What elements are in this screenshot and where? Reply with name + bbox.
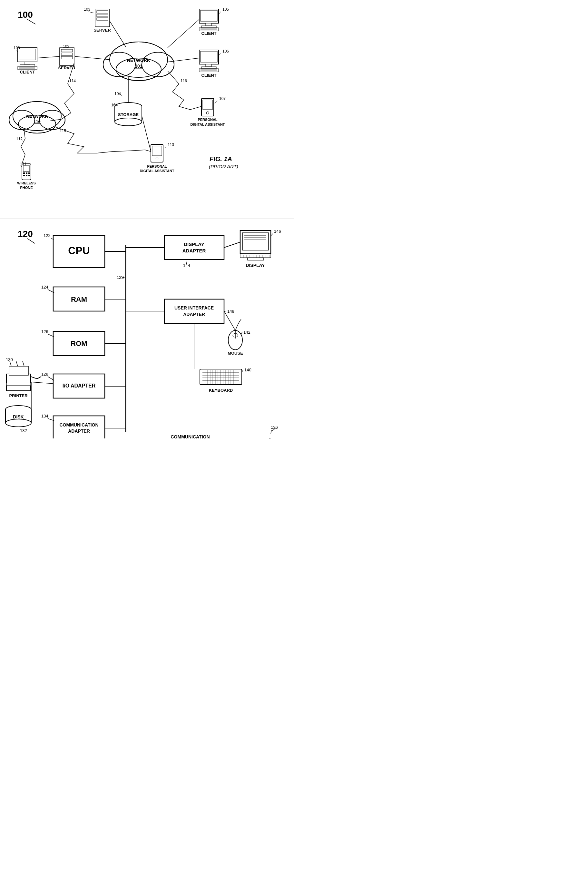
svg-text:NETWORK: NETWORK — [127, 58, 150, 63]
network110-cloud: NETWORK 110 — [9, 102, 65, 133]
display-label: DISPLAY — [246, 263, 265, 268]
printer-ref: 130 — [6, 357, 13, 362]
svg-rect-25 — [206, 23, 212, 26]
svg-text:CLIENT: CLIENT — [20, 70, 35, 75]
svg-rect-103 — [28, 175, 30, 176]
mouse-icon: MOUSE 142 — [228, 319, 250, 356]
svg-rect-26 — [201, 26, 216, 28]
svg-line-95 — [164, 147, 166, 148]
display-adapter-label1: DISPLAY — [184, 242, 204, 247]
client106: CLIENT 106 — [199, 49, 229, 78]
disk-ref: 132 — [20, 428, 27, 433]
svg-line-108 — [110, 21, 126, 47]
svg-text:115: 115 — [60, 129, 66, 133]
svg-line-1 — [27, 20, 36, 24]
svg-line-189 — [37, 376, 41, 379]
pda113: PERSONAL DIGITAL ASSISTANT 113 — [140, 142, 174, 173]
client105: CLIENT 105 — [199, 7, 229, 36]
svg-rect-143 — [240, 254, 271, 258]
io-adapter-label: I/O ADAPTER — [63, 383, 96, 388]
svg-rect-162 — [200, 369, 242, 385]
ram-ref: 124 — [41, 285, 48, 290]
printer-icon: PRINTER 130 — [6, 357, 41, 398]
svg-line-186 — [16, 361, 18, 366]
svg-text:CLIENT: CLIENT — [201, 31, 217, 36]
svg-text:104: 104 — [114, 92, 121, 96]
svg-text:101: 101 — [135, 63, 142, 69]
svg-text:103: 103 — [84, 7, 90, 12]
cpu-label: CPU — [68, 244, 90, 256]
keyboard-ref: 140 — [244, 368, 252, 372]
page: 100 NETWORK 101 — [0, 0, 294, 438]
svg-text:WIRELESS: WIRELESS — [17, 181, 36, 185]
mouse-ref: 142 — [243, 330, 250, 334]
storage104: STORAGE 104 — [111, 102, 142, 126]
svg-rect-24 — [201, 10, 217, 21]
svg-rect-52 — [201, 67, 216, 69]
svg-line-109 — [168, 20, 199, 48]
svg-rect-50 — [201, 51, 217, 62]
svg-rect-142 — [248, 258, 264, 260]
svg-rect-53 — [199, 69, 219, 72]
svg-text:DIGITAL ASSISTANT: DIGITAL ASSISTANT — [190, 123, 225, 126]
svg-line-188 — [31, 376, 37, 379]
fig1b-diagram: 120 CPU 122 RAM 124 ROM 126 I/O ADAPTER … — [0, 219, 294, 438]
svg-text:PERSONAL: PERSONAL — [147, 164, 166, 168]
svg-point-194 — [6, 419, 31, 427]
ui-adapter-label1: USER INTERFACE — [174, 305, 214, 310]
cpu-ref: 122 — [44, 233, 51, 238]
svg-text:104: 104 — [111, 103, 118, 107]
disk-label: DISK — [13, 414, 24, 419]
svg-text:106: 106 — [222, 49, 229, 54]
svg-text:102: 102 — [63, 44, 69, 49]
svg-rect-99 — [26, 172, 27, 174]
svg-rect-51 — [206, 64, 212, 67]
svg-rect-60 — [203, 100, 213, 110]
svg-line-65 — [214, 101, 218, 103]
svg-line-32 — [219, 12, 221, 14]
svg-point-70 — [115, 118, 142, 126]
svg-line-112 — [37, 56, 60, 58]
svg-text:SERVER: SERVER — [93, 28, 111, 33]
server103: SERVER 103 — [84, 7, 111, 33]
svg-text:111: 111 — [20, 162, 26, 166]
svg-text:112: 112 — [16, 137, 22, 141]
io-adapter-ref: 128 — [41, 372, 48, 376]
svg-line-154 — [224, 242, 240, 248]
svg-text:105: 105 — [222, 7, 229, 12]
comm-adapter-label1: COMMUNICATION — [59, 422, 98, 428]
svg-line-161 — [224, 311, 236, 330]
rom-label: ROM — [70, 339, 87, 348]
svg-text:113: 113 — [168, 142, 174, 147]
svg-text:114: 114 — [69, 79, 76, 83]
svg-rect-43 — [18, 66, 37, 70]
svg-rect-40 — [19, 49, 36, 60]
svg-rect-102 — [26, 175, 27, 176]
svg-text:110: 110 — [33, 119, 40, 124]
svg-rect-101 — [23, 175, 25, 176]
keyboard-icon: KEYBOARD 140 — [200, 368, 252, 393]
pda107: PERSONAL DIGITAL ASSISTANT 107 — [190, 96, 226, 126]
comm-adapter-ref: 134 — [41, 414, 48, 418]
ram-label: RAM — [71, 295, 87, 303]
svg-rect-98 — [23, 172, 25, 174]
svg-line-111 — [75, 56, 110, 60]
display-adapter-label2: ADAPTER — [183, 248, 206, 254]
svg-text:109: 109 — [14, 46, 20, 50]
fig1b-svg: 120 CPU 122 RAM 124 ROM 126 I/O ADAPTER … — [0, 219, 294, 438]
display-ref: 146 — [274, 229, 281, 234]
svg-line-22 — [88, 12, 93, 13]
ui-adapter-label2: ADAPTER — [183, 312, 205, 317]
mouse-label: MOUSE — [228, 351, 243, 356]
svg-line-160 — [241, 332, 242, 334]
svg-rect-42 — [20, 64, 35, 66]
svg-line-195 — [31, 382, 53, 384]
svg-rect-41 — [24, 62, 30, 64]
svg-rect-183 — [9, 366, 28, 375]
svg-line-187 — [22, 361, 24, 366]
display-monitor: DISPLAY 146 — [240, 229, 281, 268]
fig1a-diagram: 100 NETWORK 101 — [0, 0, 294, 219]
svg-text:STORAGE: STORAGE — [118, 112, 139, 117]
svg-rect-97 — [23, 166, 30, 171]
svg-rect-27 — [199, 28, 219, 31]
